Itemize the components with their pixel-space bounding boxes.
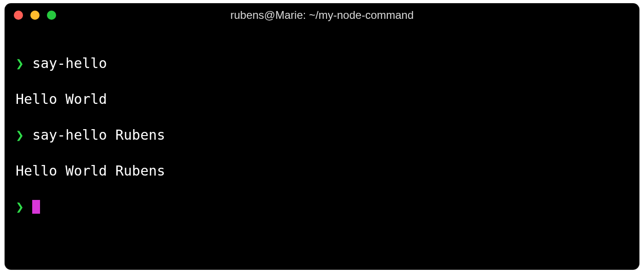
command-line: ❯ say-hello Rubens: [16, 126, 628, 144]
minimize-button[interactable]: [30, 11, 40, 20]
maximize-button[interactable]: [47, 11, 56, 20]
cursor: [32, 200, 40, 214]
close-button[interactable]: [14, 11, 23, 20]
terminal-body[interactable]: ❯ say-hello Hello World ❯ say-hello Rube…: [5, 27, 639, 270]
output-line: Hello World: [16, 90, 628, 108]
prompt-icon: ❯: [16, 199, 24, 215]
command-text: say-hello Rubens: [32, 127, 165, 143]
title-bar: rubens@Marie: ~/my-node-command: [5, 3, 639, 27]
command-line: ❯ say-hello: [16, 54, 628, 72]
output-line: Hello World Rubens: [16, 162, 628, 180]
prompt-icon: ❯: [16, 127, 24, 143]
active-prompt-line: ❯: [16, 198, 628, 216]
terminal-window: rubens@Marie: ~/my-node-command ❯ say-he…: [5, 3, 639, 270]
traffic-lights: [14, 11, 56, 20]
command-text: say-hello: [32, 55, 107, 71]
prompt-icon: ❯: [16, 55, 24, 71]
window-title: rubens@Marie: ~/my-node-command: [5, 9, 639, 22]
